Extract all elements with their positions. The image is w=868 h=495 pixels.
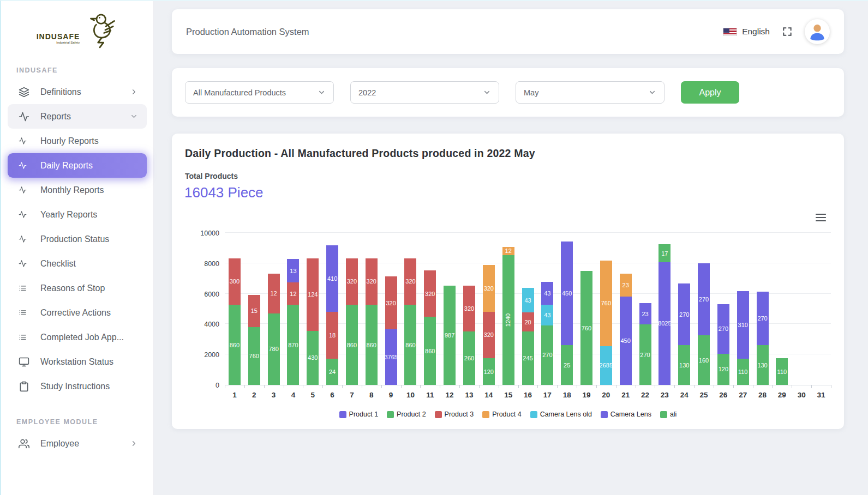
sidebar-item-reports[interactable]: Reports	[8, 104, 147, 129]
x-axis-tick	[596, 385, 597, 388]
bar-day-4[interactable]: 8701213	[287, 259, 299, 385]
bar-day-23[interactable]: 802517	[659, 244, 671, 385]
fullscreen-icon[interactable]	[782, 26, 793, 37]
bar-segment-orange: 320	[483, 265, 495, 311]
sidebar-item-reasons-of-stop[interactable]: Reasons of Stop	[8, 276, 147, 300]
sidebar-item-completed-job-app[interactable]: Completed Job App...	[8, 325, 147, 349]
legend-swatch	[601, 411, 608, 418]
bar-day-29[interactable]: 110	[776, 358, 788, 385]
x-axis-day-label: 27	[733, 391, 753, 399]
bar-segment-green: 25	[561, 345, 573, 385]
activity-icon	[19, 135, 31, 147]
bar-day-11[interactable]: 860320	[424, 270, 436, 385]
bar-segment-purple: 310	[737, 291, 749, 359]
bar-day-5[interactable]: 430124	[307, 258, 319, 385]
legend-item-camera-lens[interactable]: Camera Lens	[601, 411, 651, 418]
month-filter-dropdown[interactable]: May	[516, 81, 665, 104]
bar-segment-red: 20	[522, 312, 534, 331]
bar-day-14[interactable]: 120320320	[483, 265, 495, 385]
chevron-down-icon	[483, 88, 491, 96]
bar-segment-label: 320	[386, 300, 396, 306]
sidebar-item-label: Definitions	[40, 87, 81, 97]
language-selector[interactable]: English	[723, 27, 770, 37]
legend-item-product-2[interactable]: Product 2	[387, 411, 426, 418]
bar-day-17[interactable]: 2704343	[541, 282, 553, 385]
page: INDUSAFE Industrial Safety INDUSAFE Defi…	[0, 0, 868, 495]
bar-segment-label: 13	[290, 268, 296, 274]
bar-segment-label: 43	[544, 312, 550, 318]
sidebar-item-label: Reports	[40, 112, 71, 122]
bar-day-22[interactable]: 27023	[639, 303, 651, 385]
x-axis-tick	[674, 385, 675, 388]
bar-segment-purple: 270	[757, 292, 769, 345]
sidebar-item-workstation-status[interactable]: Workstation Status	[8, 349, 147, 374]
bar-day-20[interactable]: 2685760	[600, 261, 612, 385]
bar-day-8[interactable]: 860320	[366, 258, 378, 385]
bar-day-13[interactable]: 260320	[463, 286, 475, 385]
x-axis-tick	[753, 385, 753, 388]
sidebar-item-study-instructions[interactable]: Study Instructions	[8, 374, 147, 399]
bar-day-7[interactable]: 860320	[346, 258, 358, 385]
bar-day-3[interactable]: 78012	[268, 274, 280, 385]
bar-segment-green: 245	[522, 331, 534, 385]
legend-item-product-3[interactable]: Product 3	[435, 411, 474, 418]
bar-segment-label: 260	[464, 355, 474, 361]
sidebar-item-monthly-reports[interactable]: Monthly Reports	[8, 178, 147, 202]
sidebar-item-label: Production Status	[40, 234, 109, 244]
legend-item-camera-lens-old[interactable]: Camera Lens old	[530, 411, 592, 418]
sidebar-item-production-status[interactable]: Production Status	[8, 227, 147, 251]
legend-label: Product 2	[397, 411, 426, 418]
sidebar-item-corrective-actions[interactable]: Corrective Actions	[8, 300, 147, 325]
legend-item-ali[interactable]: ali	[660, 411, 677, 418]
bar-segment-label: 450	[562, 290, 572, 297]
year-filter-dropdown[interactable]: 2022	[350, 81, 499, 104]
sidebar-item-daily-reports[interactable]: Daily Reports	[8, 153, 147, 178]
bar-segment-green: 760	[248, 327, 260, 385]
bar-day-19[interactable]: 760	[580, 271, 592, 385]
bar-day-21[interactable]: 45023	[620, 274, 632, 385]
apply-button[interactable]: Apply	[681, 81, 739, 104]
bar-day-6[interactable]: 2418410	[326, 245, 338, 385]
sidebar-item-label: Reasons of Stop	[40, 283, 105, 293]
bar-segment-label: 870	[288, 342, 298, 348]
bar-day-24[interactable]: 130270	[678, 283, 690, 385]
bar-day-15[interactable]: 124012	[502, 247, 514, 385]
chart-menu-icon[interactable]	[816, 213, 826, 222]
bar-segment-label: 130	[679, 362, 689, 369]
bar-segment-orange: 23	[620, 274, 632, 297]
x-axis-tick	[655, 385, 655, 388]
bar-day-18[interactable]: 25450	[561, 242, 573, 385]
user-avatar[interactable]	[805, 19, 830, 44]
bar-day-10[interactable]: 860320	[404, 258, 416, 385]
bar-day-25[interactable]: 160270	[698, 263, 710, 385]
x-axis-tick	[733, 385, 734, 388]
list-icon	[19, 282, 31, 294]
x-axis-day-label: 22	[636, 391, 655, 399]
month-filter-value: May	[524, 88, 538, 97]
app-logo[interactable]: INDUSAFE Industrial Safety	[1, 1, 153, 58]
bar-day-2[interactable]: 76015	[248, 295, 260, 385]
bar-segment-red: 15	[248, 295, 260, 327]
y-axis-tick-label: 6000	[189, 291, 219, 298]
sidebar-item-hourly-reports[interactable]: Hourly Reports	[8, 129, 147, 153]
bar-segment-label: 430	[308, 354, 318, 361]
x-axis-tick	[577, 385, 577, 388]
sidebar-item-employee[interactable]: Employee	[8, 431, 147, 456]
product-filter-dropdown[interactable]: All Manufactured Products	[185, 81, 334, 104]
bar-day-27[interactable]: 110310	[737, 291, 749, 385]
legend-item-product-4[interactable]: Product 4	[482, 411, 522, 418]
bar-segment-cyan: 2685	[600, 346, 612, 385]
bar-day-16[interactable]: 2452043	[522, 288, 534, 385]
sidebar-item-checklist[interactable]: Checklist	[8, 251, 147, 276]
bar-segment-red: 300	[229, 258, 241, 305]
bar-day-1[interactable]: 860300	[229, 258, 241, 385]
x-axis-day-label: 10	[401, 391, 421, 399]
bar-day-28[interactable]: 130270	[757, 292, 769, 385]
legend-item-product-1[interactable]: Product 1	[339, 411, 379, 418]
bar-day-12[interactable]: 987	[444, 286, 456, 385]
x-axis-day-label: 11	[420, 391, 440, 399]
sidebar-item-definitions[interactable]: Definitions	[8, 80, 147, 104]
bar-day-9[interactable]: 3765320	[385, 276, 397, 385]
bar-day-26[interactable]: 120270	[717, 304, 729, 385]
sidebar-item-yearly-reports[interactable]: Yearly Reports	[8, 202, 147, 227]
